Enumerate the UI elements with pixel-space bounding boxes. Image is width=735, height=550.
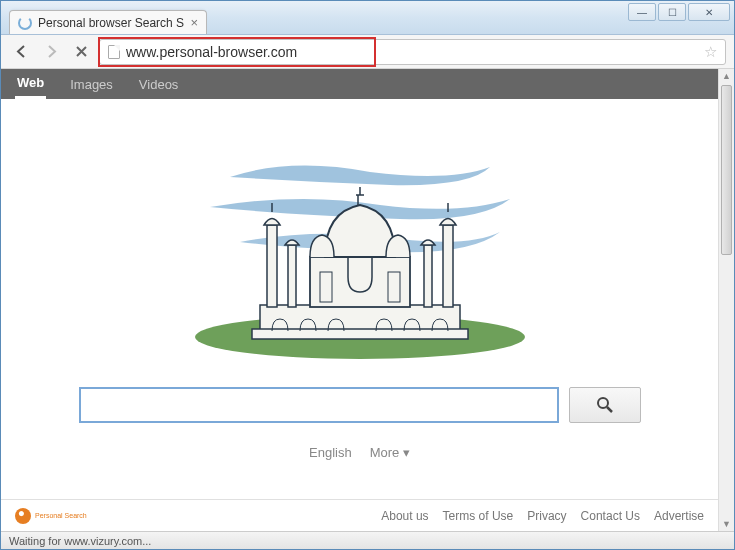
svg-rect-11 (424, 245, 432, 307)
loading-spinner-icon (18, 16, 32, 30)
search-input[interactable] (79, 387, 559, 423)
browser-toolbar: www.personal-browser.com ☆ (1, 35, 734, 69)
nav-web[interactable]: Web (15, 69, 46, 99)
window-titlebar: Personal browser Search S × — ☐ ✕ (1, 1, 734, 35)
maximize-button[interactable]: ☐ (658, 3, 686, 21)
content-area: Web Images Videos (1, 69, 734, 531)
forward-button[interactable] (39, 40, 63, 64)
search-category-nav: Web Images Videos (1, 69, 718, 99)
lang-more[interactable]: More ▾ (370, 445, 410, 460)
footer-privacy[interactable]: Privacy (527, 509, 566, 523)
scroll-up-icon[interactable]: ▲ (722, 71, 731, 81)
footer-terms[interactable]: Terms of Use (443, 509, 514, 523)
scroll-down-icon[interactable]: ▼ (722, 519, 731, 529)
url-text: www.personal-browser.com (126, 44, 698, 60)
lang-english[interactable]: English (309, 445, 352, 460)
page-footer: Personal Search About us Terms of Use Pr… (1, 499, 718, 531)
svg-rect-10 (288, 245, 296, 307)
footer-about[interactable]: About us (381, 509, 428, 523)
hero-image (1, 117, 718, 377)
search-button[interactable] (569, 387, 641, 423)
language-row: English More ▾ (1, 445, 718, 460)
taj-mahal-illustration (170, 127, 550, 367)
status-text: Waiting for www.vizury.com... (9, 535, 151, 547)
back-button[interactable] (9, 40, 33, 64)
magnifier-icon (596, 396, 614, 414)
tab-title: Personal browser Search S (38, 16, 184, 30)
footer-logo[interactable]: Personal Search (15, 508, 87, 524)
browser-tab[interactable]: Personal browser Search S × (9, 10, 207, 34)
bookmark-star-icon[interactable]: ☆ (704, 43, 717, 61)
window-controls: — ☐ ✕ (628, 3, 730, 21)
svg-rect-2 (252, 329, 468, 339)
close-button[interactable]: ✕ (688, 3, 730, 21)
footer-links: About us Terms of Use Privacy Contact Us… (381, 509, 704, 523)
minimize-button[interactable]: — (628, 3, 656, 21)
address-bar[interactable]: www.personal-browser.com ☆ (99, 39, 726, 65)
page-area: Web Images Videos (1, 69, 718, 531)
status-bar: Waiting for www.vizury.com... (1, 531, 734, 549)
stop-button[interactable] (69, 40, 93, 64)
footer-advertise[interactable]: Advertise (654, 509, 704, 523)
svg-point-12 (598, 398, 608, 408)
footer-contact[interactable]: Contact Us (581, 509, 640, 523)
search-row (1, 387, 718, 423)
page-icon (108, 45, 120, 59)
nav-images[interactable]: Images (68, 71, 115, 98)
svg-rect-3 (310, 257, 410, 307)
nav-videos[interactable]: Videos (137, 71, 181, 98)
svg-rect-8 (443, 225, 453, 307)
scrollbar-thumb[interactable] (721, 85, 732, 255)
vertical-scrollbar[interactable]: ▲ ▼ (718, 69, 734, 531)
svg-line-13 (607, 407, 612, 412)
svg-rect-6 (267, 225, 277, 307)
tab-close-icon[interactable]: × (190, 15, 198, 30)
logo-icon (15, 508, 31, 524)
